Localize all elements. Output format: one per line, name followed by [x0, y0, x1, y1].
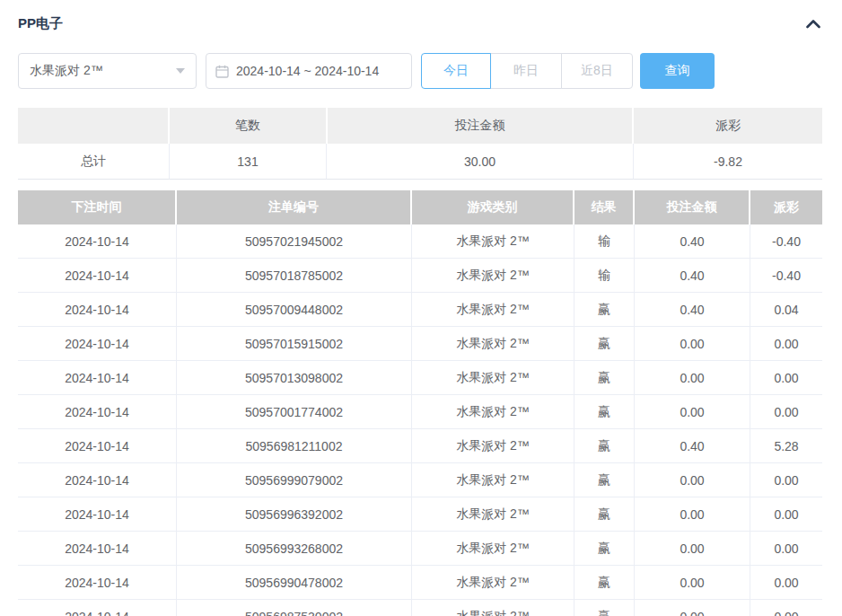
- filter-bar: 水果派对 2™ 2024-10-14 ~ 2024-10-14 今日 昨日 近8…: [18, 53, 822, 89]
- detail-header-bet-time: 下注时间: [18, 190, 177, 224]
- cell-order-id: 50956996392002: [177, 497, 412, 532]
- cell-bet-time: 2024-10-14: [18, 224, 177, 259]
- table-row: 2024-10-14 50957001774002 水果派对 2™ 赢 0.00…: [18, 395, 822, 429]
- table-row: 2024-10-14 50956990478002 水果派对 2™ 赢 0.00…: [18, 566, 822, 600]
- cell-game-type: 水果派对 2™: [412, 497, 574, 532]
- cell-result: 赢: [574, 497, 635, 532]
- quick-filter-group: 今日 昨日 近8日: [421, 53, 633, 89]
- table-row: 2024-10-14 50957015915002 水果派对 2™ 赢 0.00…: [18, 327, 822, 361]
- cell-order-id: 50956981211002: [177, 429, 412, 463]
- cell-bet-time: 2024-10-14: [18, 497, 177, 532]
- table-row: 2024-10-14 50956987530002 水果派对 2™ 赢 0.00…: [18, 600, 822, 616]
- cell-game-type: 水果派对 2™: [412, 361, 574, 395]
- cell-bet-amount: 0.40: [635, 224, 750, 259]
- cell-bet-time: 2024-10-14: [18, 566, 177, 600]
- summary-table: 笔数 投注金额 派彩 总计 131 30.00 -9.82: [18, 108, 822, 180]
- cell-payout: 0.00: [750, 361, 822, 395]
- summary-total-payout: -9.82: [633, 144, 822, 180]
- cell-bet-amount: 0.40: [635, 429, 750, 463]
- cell-bet-amount: 0.00: [635, 463, 750, 497]
- summary-total-label: 总计: [18, 144, 169, 180]
- detail-header-order-id: 注单编号: [177, 190, 412, 224]
- cell-bet-amount: 0.40: [635, 293, 750, 327]
- cell-bet-amount: 0.00: [635, 600, 750, 616]
- summary-header-bet-amount: 投注金额: [328, 108, 633, 144]
- yesterday-button[interactable]: 昨日: [490, 53, 562, 89]
- cell-bet-time: 2024-10-14: [18, 259, 177, 293]
- last-8-days-button[interactable]: 近8日: [561, 53, 633, 89]
- cell-result: 赢: [574, 600, 635, 616]
- cell-order-id: 50957018785002: [177, 259, 412, 293]
- panel: PP电子 水果派对 2™ 2024-10-14 ~ 2024-10-14 今日 …: [0, 13, 842, 616]
- collapse-button[interactable]: [804, 14, 822, 32]
- today-button[interactable]: 今日: [421, 53, 491, 89]
- cell-result: 赢: [574, 361, 635, 395]
- cell-result: 赢: [574, 566, 635, 600]
- cell-order-id: 50957001774002: [177, 395, 412, 429]
- cell-result: 赢: [574, 463, 635, 497]
- cell-result: 赢: [574, 532, 635, 566]
- chevron-up-icon: [806, 19, 820, 29]
- detail-table: 下注时间 注单编号 游戏类别 结果 投注金额 派彩 2024-10-14 509…: [18, 190, 822, 616]
- table-row: 2024-10-14 50956993268002 水果派对 2™ 赢 0.00…: [18, 532, 822, 566]
- cell-order-id: 50956993268002: [177, 532, 412, 566]
- summary-total-row: 总计 131 30.00 -9.82: [18, 144, 822, 180]
- cell-order-id: 50957021945002: [177, 224, 412, 259]
- cell-game-type: 水果派对 2™: [412, 327, 574, 361]
- calendar-icon: [215, 65, 229, 78]
- table-row: 2024-10-14 50956981211002 水果派对 2™ 赢 0.40…: [18, 429, 822, 463]
- cell-result: 赢: [574, 395, 635, 429]
- cell-bet-time: 2024-10-14: [18, 361, 177, 395]
- detail-header-bet-amount: 投注金额: [635, 190, 750, 224]
- game-select-value: 水果派对 2™: [30, 63, 176, 79]
- cell-bet-amount: 0.00: [635, 327, 750, 361]
- cell-order-id: 50956990478002: [177, 566, 412, 600]
- detail-table-body: 2024-10-14 50957021945002 水果派对 2™ 输 0.40…: [18, 224, 822, 616]
- cell-order-id: 50957013098002: [177, 361, 412, 395]
- cell-order-id: 50957009448002: [177, 293, 412, 327]
- cell-result: 赢: [574, 327, 635, 361]
- cell-game-type: 水果派对 2™: [412, 463, 574, 497]
- cell-game-type: 水果派对 2™: [412, 429, 574, 463]
- cell-bet-time: 2024-10-14: [18, 327, 177, 361]
- cell-bet-amount: 0.00: [635, 566, 750, 600]
- cell-game-type: 水果派对 2™: [412, 224, 574, 259]
- search-button[interactable]: 查询: [640, 53, 715, 89]
- game-select[interactable]: 水果派对 2™: [18, 53, 197, 89]
- cell-payout: 0.00: [750, 532, 822, 566]
- cell-payout: 0.00: [750, 600, 822, 616]
- cell-payout: 0.00: [750, 497, 822, 532]
- cell-bet-amount: 0.40: [635, 259, 750, 293]
- summary-header-blank: [18, 108, 168, 144]
- cell-payout: 0.00: [750, 327, 822, 361]
- cell-payout: 0.04: [750, 293, 822, 327]
- cell-result: 输: [574, 259, 635, 293]
- page-title: PP电子: [18, 15, 63, 32]
- cell-bet-time: 2024-10-14: [18, 532, 177, 566]
- table-row: 2024-10-14 50957018785002 水果派对 2™ 输 0.40…: [18, 259, 822, 293]
- cell-bet-time: 2024-10-14: [18, 429, 177, 463]
- date-range-value: 2024-10-14 ~ 2024-10-14: [236, 64, 379, 78]
- detail-table-header: 下注时间 注单编号 游戏类别 结果 投注金额 派彩: [18, 190, 822, 224]
- detail-header-payout: 派彩: [750, 190, 822, 224]
- cell-result: 赢: [574, 429, 635, 463]
- cell-payout: 0.00: [750, 395, 822, 429]
- cell-bet-time: 2024-10-14: [18, 395, 177, 429]
- cell-bet-amount: 0.00: [635, 532, 750, 566]
- date-range-input[interactable]: 2024-10-14 ~ 2024-10-14: [206, 53, 412, 89]
- cell-order-id: 50957015915002: [177, 327, 412, 361]
- detail-header-result: 结果: [574, 190, 635, 224]
- cell-game-type: 水果派对 2™: [412, 259, 574, 293]
- cell-game-type: 水果派对 2™: [412, 566, 574, 600]
- table-row: 2024-10-14 50956999079002 水果派对 2™ 赢 0.00…: [18, 463, 822, 497]
- panel-header: PP电子: [18, 13, 822, 34]
- cell-result: 输: [574, 224, 635, 259]
- cell-game-type: 水果派对 2™: [412, 600, 574, 616]
- table-row: 2024-10-14 50956996392002 水果派对 2™ 赢 0.00…: [18, 497, 822, 532]
- cell-payout: -0.40: [750, 224, 822, 259]
- cell-order-id: 50956999079002: [177, 463, 412, 497]
- table-row: 2024-10-14 50957009448002 水果派对 2™ 赢 0.40…: [18, 293, 822, 327]
- table-row: 2024-10-14 50957021945002 水果派对 2™ 输 0.40…: [18, 224, 822, 259]
- cell-game-type: 水果派对 2™: [412, 395, 574, 429]
- detail-header-game-type: 游戏类别: [412, 190, 574, 224]
